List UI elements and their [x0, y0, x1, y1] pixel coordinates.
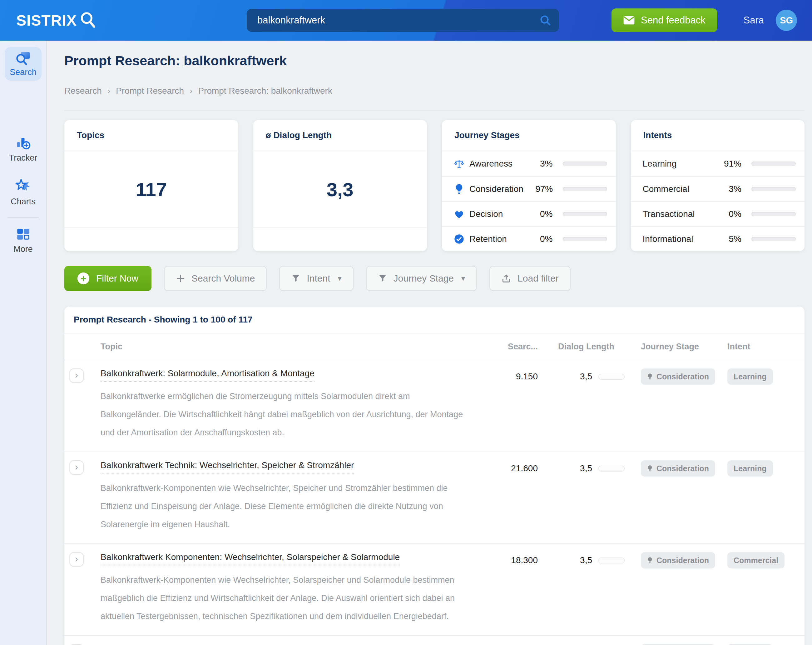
chevron-right-icon: ›: [75, 370, 78, 380]
column-header-intent: Intent: [716, 342, 804, 352]
plus-icon: [176, 274, 185, 283]
expand-row-button[interactable]: ›: [69, 460, 84, 475]
lightbulb-icon: [454, 184, 464, 194]
chevron-down-icon: ▾: [461, 274, 465, 283]
expand-row-button[interactable]: ›: [69, 552, 84, 567]
dialog-length-value: 3,3: [327, 179, 354, 201]
section-divider: [64, 110, 804, 111]
column-header-search-volume: Searc...: [475, 342, 538, 352]
envelope-icon: [623, 16, 635, 25]
journey-progress-bar: [563, 212, 607, 216]
avatar[interactable]: SG: [776, 10, 797, 31]
journey-row-retention: Retention 0%: [442, 226, 616, 251]
load-filter-button[interactable]: Load filter: [489, 266, 571, 291]
sidebar-item-tracker[interactable]: Tracker: [0, 135, 46, 163]
dialog-length-value: 3,5: [580, 371, 592, 382]
dialog-card-title: ø Dialog Length: [266, 130, 332, 140]
upload-tray-icon: [501, 274, 511, 283]
intent-row-learning: Learning 91%: [631, 151, 805, 176]
sidebar-item-label: More: [14, 245, 33, 254]
intent-pct: 0%: [712, 209, 742, 219]
topic-description: Balkonkraftwerk-Komponenten wie Wechselr…: [101, 479, 466, 533]
intent-pct: 91%: [712, 159, 742, 169]
journey-row-decision: Decision 0%: [442, 201, 616, 226]
check-circle-icon: [454, 234, 464, 245]
chevron-right-icon: ›: [75, 553, 78, 564]
journey-pct: 0%: [523, 234, 553, 244]
table-row: › Balkonkraftwerk: Solarmodule, Amortisa…: [64, 360, 804, 452]
intent-filter-button[interactable]: Intent ▾: [279, 266, 353, 291]
search-icon[interactable]: [539, 14, 551, 27]
table-row: › Balkonkraftwerk Komponenten: Wechselri…: [64, 544, 804, 636]
intent-progress-bar: [751, 162, 796, 166]
topic-link[interactable]: Balkonkraftwerk Komponenten: Wechselrich…: [101, 552, 400, 565]
journey-pct: 0%: [523, 209, 553, 219]
table-title: Prompt Research - Showing 1 to 100 of 11…: [64, 307, 804, 333]
expand-row-button[interactable]: ›: [69, 368, 84, 383]
dialog-length-value: 3,5: [580, 463, 592, 474]
chevron-right-icon: ›: [75, 462, 78, 472]
intent-badge: Commercial: [727, 552, 785, 569]
journey-pct: 97%: [524, 184, 553, 194]
summary-cards: Topics 117 ø Dialog Length 3,3 Journey S…: [64, 120, 804, 251]
journey-stage-badge: Consideration: [641, 460, 715, 477]
more-grid-icon: [15, 227, 31, 242]
intent-row-transactional: Transactional 0%: [631, 201, 805, 226]
intent-label: Commercial: [643, 184, 712, 194]
topic-link[interactable]: Balkonkraftwerk: Solarmodule, Amortisati…: [101, 368, 314, 382]
lightbulb-icon: [647, 373, 653, 380]
intent-label: Learning: [643, 159, 712, 169]
breadcrumb-separator: ›: [189, 86, 192, 96]
intent-pct: 3%: [712, 184, 742, 194]
plus-circle-icon: +: [78, 272, 89, 284]
main-content: Prompt Research: balkonkraftwerk Researc…: [47, 41, 812, 645]
breadcrumb-current: Prompt Research: balkonkraftwerk: [198, 86, 332, 96]
sidebar-item-charts[interactable]: Charts: [0, 178, 46, 206]
search-volume-value: 9.150: [475, 368, 538, 442]
funnel-icon: [378, 274, 387, 283]
send-feedback-button[interactable]: Send feedback: [612, 8, 717, 32]
intent-pct: 5%: [712, 234, 742, 244]
user-name[interactable]: Sara: [743, 15, 764, 26]
sidebar-item-label: Search: [10, 67, 37, 77]
sidebar-item-search[interactable]: Search: [5, 47, 41, 81]
search-input[interactable]: [247, 9, 559, 32]
intent-badge: Learning: [727, 368, 773, 385]
filter-now-button[interactable]: + Filter Now: [64, 266, 151, 291]
topic-description: Balkonkraftwerke ermöglichen die Stromer…: [101, 387, 466, 442]
search-volume-value: 21.600: [475, 460, 538, 533]
journey-stage-filter-button[interactable]: Journey Stage ▾: [366, 266, 477, 291]
journey-row-awareness: Awareness 3%: [442, 151, 616, 176]
topic-description: Balkonkraftwerk-Komponenten wie Wechselr…: [101, 571, 466, 625]
sistrix-logo[interactable]: SISTRIX: [16, 0, 98, 41]
tracker-icon: [15, 135, 32, 151]
journey-progress-bar: [563, 162, 607, 166]
funnel-icon: [291, 274, 301, 283]
journey-label: Retention: [469, 234, 523, 244]
intents-card-title: Intents: [643, 130, 672, 140]
intents-card: Intents Learning 91% Commercial 3% Trans…: [631, 120, 805, 251]
column-header-journey-stage: Journey Stage: [628, 342, 716, 352]
dialog-length-bar: [598, 558, 624, 564]
topics-value: 117: [136, 179, 167, 201]
top-header: SISTRIX Send feedback Sara SG: [0, 0, 812, 41]
journey-progress-bar: [563, 187, 607, 191]
journey-stage-filter-label: Journey Stage: [394, 273, 454, 284]
intent-badge: Learning: [727, 460, 773, 477]
journey-progress-bar: [563, 237, 607, 241]
intent-label: Transactional: [643, 209, 712, 219]
journey-stages-card: Journey Stages Awareness 3%: [442, 120, 616, 251]
breadcrumb-prompt-research[interactable]: Prompt Research: [116, 86, 184, 96]
search-volume-filter-button[interactable]: Search Volume: [164, 266, 267, 291]
column-header-topic: Topic: [98, 342, 475, 352]
user-zone: Sara SG: [743, 0, 797, 41]
chevron-down-icon: ▾: [338, 274, 342, 283]
scale-icon: [454, 159, 464, 169]
breadcrumb-research[interactable]: Research: [64, 86, 102, 96]
journey-label: Consideration: [469, 184, 524, 194]
sidebar-item-more[interactable]: More: [0, 227, 46, 254]
topic-link[interactable]: Balkonkraftwerk Technik: Wechselrichter,…: [101, 460, 354, 474]
charts-star-icon: [14, 178, 32, 194]
dialog-length-card: ø Dialog Length 3,3: [253, 120, 427, 251]
table-row: › Balkonkraftwerk Wirtschaftlichkeit: St…: [64, 636, 804, 645]
